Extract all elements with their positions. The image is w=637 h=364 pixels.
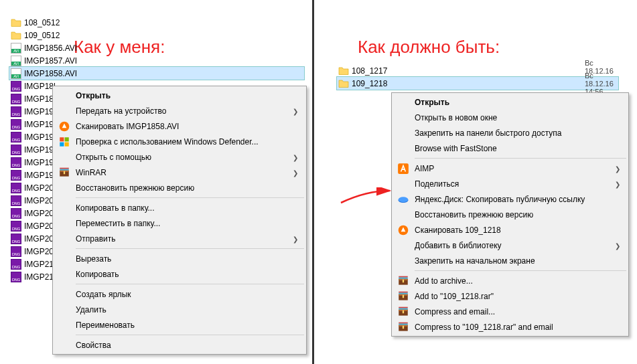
dng-file-icon	[11, 183, 21, 193]
menu-item[interactable]: Закрепить на панели быстрого доступа	[393, 125, 627, 141]
menu-item-label: WinRAR	[76, 168, 107, 177]
aimp-icon	[397, 163, 409, 175]
submenu-arrow-icon: ❯	[293, 107, 298, 114]
defender-icon	[58, 136, 70, 148]
svg-rect-1	[60, 137, 64, 141]
menu-item[interactable]: AIMP❯	[393, 161, 627, 176]
menu-item-label: Открыть с помощью	[76, 153, 151, 162]
winrar-icon	[397, 290, 409, 302]
menu-item-label: Копировать	[76, 270, 119, 279]
dng-file-icon	[11, 81, 21, 92]
context-menu-left[interactable]: ОткрытьПередать на устройство❯Сканироват…	[52, 86, 307, 355]
menu-item[interactable]: Проверка с использованием Windows Defend…	[54, 134, 305, 149]
menu-item-label: Открыть в новом окне	[415, 113, 497, 122]
menu-item-label: Добавить в библиотеку	[415, 241, 502, 250]
file-row[interactable]: 108_1217Вс 18.12.16 14:56Папка с файлами	[337, 64, 618, 77]
menu-item-label: Свойства	[76, 341, 111, 350]
file-name: IMGP1993.DNG	[24, 171, 55, 180]
menu-item-label: Поделиться	[415, 179, 459, 189]
file-name: IMGP1857.AVI	[24, 56, 77, 66]
file-name: IMGP1856.AVI	[24, 43, 77, 53]
winrar-icon	[58, 167, 70, 179]
submenu-arrow-icon: ❯	[615, 165, 620, 172]
menu-separator	[76, 197, 304, 198]
context-menu-right[interactable]: ОткрытьОткрыть в новом окнеЗакрепить на …	[391, 92, 629, 337]
avi-file-icon	[11, 43, 21, 54]
file-row[interactable]: IMGP1857.AVI	[9, 54, 304, 67]
dng-file-icon	[11, 119, 21, 130]
menu-item[interactable]: WinRAR❯	[54, 165, 305, 180]
file-name: IMGP1860.DNG	[24, 94, 55, 104]
svg-rect-17	[399, 276, 408, 278]
menu-item[interactable]: Создать ярлык	[54, 286, 305, 302]
svg-rect-31	[399, 323, 408, 325]
menu-item-label: Восстановить прежнюю версию	[76, 183, 194, 193]
file-list-right: 108_1217Вс 18.12.16 14:56Папка с файлами…	[337, 64, 618, 90]
menu-item[interactable]: Свойства	[54, 337, 305, 353]
menu-item[interactable]: Копировать	[54, 266, 305, 282]
menu-item[interactable]: Восстановить прежнюю версию	[393, 207, 627, 222]
menu-item[interactable]: Открыть	[393, 94, 627, 110]
file-name: IMGP2001.DNG	[24, 183, 55, 193]
menu-item[interactable]: Переименовать	[54, 317, 305, 333]
menu-item[interactable]: Удалить	[54, 302, 305, 317]
menu-item-label: Передать на устройство	[76, 106, 166, 116]
menu-item[interactable]: Сканировать 109_1218	[393, 222, 627, 238]
menu-item[interactable]: Отправить❯	[54, 231, 305, 246]
menu-item-label: Add to "109_1218.rar"	[415, 292, 494, 301]
file-name: 108_1217	[352, 66, 387, 76]
menu-item-label: AIMP	[415, 164, 434, 173]
menu-item[interactable]: Сканировать IMGP1858.AVI	[54, 118, 305, 134]
breadcrumb	[0, 0, 11, 5]
dng-file-icon	[11, 132, 21, 143]
dng-file-icon	[11, 208, 21, 219]
menu-item-label: Compress to "109_1218.rar" and email	[415, 323, 553, 332]
menu-item[interactable]: Compress and email...	[393, 304, 627, 319]
file-row[interactable]: 108_0512	[9, 16, 304, 29]
svg-rect-22	[399, 292, 408, 293]
menu-item[interactable]: Открыть	[54, 88, 305, 103]
menu-item[interactable]: Яндекс.Диск: Скопировать публичную ссылк…	[393, 191, 627, 207]
menu-item[interactable]: Открыть в новом окне	[393, 110, 627, 125]
svg-rect-28	[403, 310, 404, 314]
svg-rect-3	[60, 143, 64, 147]
submenu-arrow-icon: ❯	[615, 180, 620, 187]
submenu-arrow-icon: ❯	[293, 153, 298, 161]
dng-file-icon	[11, 145, 21, 155]
menu-separator	[76, 248, 304, 249]
svg-rect-18	[403, 280, 404, 283]
menu-item[interactable]: Восстановить прежнюю версию	[54, 180, 305, 195]
svg-rect-16	[399, 277, 408, 278]
menu-item[interactable]: Добавить в библиотеку❯	[393, 238, 627, 253]
folder-icon	[11, 17, 21, 28]
menu-item[interactable]: Browse with FastStone	[393, 141, 627, 156]
menu-item[interactable]: Вырезать	[54, 251, 305, 266]
menu-item-label: Переместить в папку...	[76, 219, 160, 228]
menu-item[interactable]: Копировать в папку...	[54, 200, 305, 215]
submenu-arrow-icon: ❯	[293, 169, 298, 176]
menu-item-label: Переименовать	[76, 321, 135, 330]
svg-rect-26	[399, 308, 408, 309]
menu-separator	[76, 335, 304, 335]
file-name: IMGP2057.DNG	[24, 221, 55, 231]
arrow-annotation-icon	[340, 187, 393, 204]
menu-item[interactable]: Переместить в папку...	[54, 215, 305, 231]
file-name: IMGP1972.DNG	[24, 145, 55, 155]
menu-item-label: Закрепить на начальном экране	[415, 256, 535, 266]
avast-icon	[58, 120, 70, 132]
menu-item[interactable]: Compress to "109_1218.rar" and email	[393, 319, 627, 335]
file-row[interactable]: IMGP1858.AVI	[9, 67, 304, 80]
menu-item[interactable]: Add to "109_1218.rar"	[393, 288, 627, 304]
menu-item-label: Отправить	[76, 234, 116, 244]
file-row[interactable]: 109_0512	[9, 29, 304, 41]
svg-rect-21	[399, 292, 408, 294]
menu-item[interactable]: Передать на устройство❯	[54, 103, 305, 118]
menu-separator	[415, 158, 626, 159]
menu-item[interactable]: Открыть с помощью❯	[54, 149, 305, 165]
menu-item[interactable]: Закрепить на начальном экране	[393, 253, 627, 268]
menu-item[interactable]: Add to archive...	[393, 273, 627, 288]
file-row[interactable]: IMGP1856.AVI	[9, 41, 304, 54]
file-row[interactable]: 109_1218Вс 18.12.16 14:56Папка с файлами	[337, 77, 618, 90]
file-name: 108_0512	[24, 18, 60, 27]
menu-item[interactable]: Поделиться❯	[393, 176, 627, 191]
